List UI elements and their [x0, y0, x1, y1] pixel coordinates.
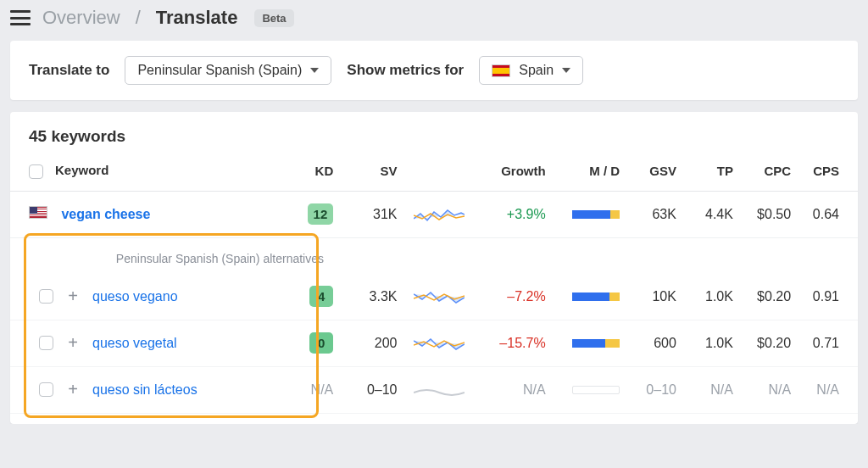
growth-cell: –15.7% [473, 320, 554, 366]
trend-cell [405, 274, 473, 320]
col-trend [405, 151, 473, 191]
menu-icon[interactable] [10, 10, 31, 25]
keyword-cell: + queso vegetal [10, 320, 292, 366]
col-kd[interactable]: KD [292, 151, 342, 191]
cpc-cell: $0.20 [742, 320, 799, 366]
kd-badge: 12 [308, 203, 334, 225]
metrics-for-label: Show metrics for [347, 62, 464, 79]
tp-cell: 1.0K [685, 320, 742, 366]
cps-cell: 0.71 [799, 320, 858, 366]
toolbar: Translate to Peninsular Spanish (Spain) … [10, 41, 858, 100]
md-bar [572, 339, 620, 348]
kd-badge: 0 [309, 332, 333, 354]
trend-cell [405, 320, 473, 366]
kd-cell: 0 [292, 320, 342, 366]
keyword-count: 45 keywords [10, 112, 858, 151]
md-cell [554, 191, 629, 237]
trend-cell [405, 366, 473, 413]
keyword-cell: + queso sin lácteos [10, 366, 292, 413]
kd-cell: N/A [292, 366, 342, 413]
table-row-main: vegan cheese 12 31K +3.9% 63K 4.4K $0.50… [10, 191, 858, 237]
table-row-alt: + queso sin lácteos N/A 0–10 N/A 0–10 N/… [10, 366, 858, 413]
sv-cell: 0–10 [342, 366, 405, 413]
col-gsv[interactable]: GSV [628, 151, 685, 191]
chevron-down-icon [310, 68, 319, 73]
col-cpc[interactable]: CPC [742, 151, 799, 191]
sv-cell: 200 [342, 320, 405, 366]
md-cell [554, 274, 629, 320]
md-bar-empty [572, 386, 620, 394]
keyword-cell: + queso vegano [10, 274, 292, 320]
growth-cell: –7.2% [473, 274, 554, 320]
language-value: Peninsular Spanish (Spain) [137, 63, 302, 78]
col-tp[interactable]: TP [685, 151, 742, 191]
table-header: Keyword KD SV Growth M / D GSV TP CPC CP… [10, 151, 858, 191]
keyword-link[interactable]: queso vegetal [92, 336, 177, 351]
tp-cell: N/A [685, 366, 742, 413]
kd-na: N/A [311, 382, 334, 397]
table-row-alt: + queso vegetal 0 200 –15.7% 600 1.0K $0… [10, 320, 858, 366]
page-header: Overview / Translate Beta [0, 0, 868, 36]
row-checkbox[interactable] [39, 382, 53, 397]
table-row-alt: + queso vegano 4 3.3K –7.2% 10K 1.0K $0.… [10, 274, 858, 320]
country-value: Spain [519, 63, 554, 78]
kd-cell: 12 [292, 191, 342, 237]
kd-cell: 4 [292, 274, 342, 320]
md-bar [572, 292, 620, 301]
expand-icon[interactable]: + [65, 380, 81, 399]
md-cell [554, 366, 629, 413]
growth-cell: +3.9% [473, 191, 554, 237]
alternatives-section: Peninsular Spanish (Spain) alternatives [10, 237, 858, 274]
trend-cell [405, 191, 473, 237]
col-growth[interactable]: Growth [473, 151, 554, 191]
alternatives-title: Peninsular Spanish (Spain) alternatives [10, 238, 324, 274]
toolbar-panel: Translate to Peninsular Spanish (Spain) … [10, 41, 858, 100]
alternatives-wrap: Peninsular Spanish (Spain) alternatives [10, 238, 324, 274]
breadcrumb-page: Translate [156, 7, 238, 29]
beta-badge: Beta [254, 9, 293, 27]
select-all-checkbox[interactable] [29, 164, 43, 179]
cpc-cell: $0.50 [742, 191, 799, 237]
col-md[interactable]: M / D [554, 151, 629, 191]
cps-cell: 0.64 [799, 191, 858, 237]
growth-cell: N/A [473, 366, 554, 413]
keyword-link[interactable]: queso sin lácteos [92, 382, 198, 398]
expand-icon[interactable]: + [65, 287, 81, 306]
col-keyword[interactable]: Keyword [10, 151, 292, 191]
sparkline-icon [414, 203, 465, 226]
cps-cell: 0.91 [799, 274, 858, 320]
keyword-link[interactable]: vegan cheese [61, 207, 150, 221]
keywords-table: Keyword KD SV Growth M / D GSV TP CPC CP… [10, 151, 858, 414]
sparkline-icon [414, 286, 465, 308]
flag-us-icon [29, 206, 47, 219]
country-dropdown[interactable]: Spain [479, 56, 583, 85]
keyword-cell: vegan cheese [10, 191, 292, 237]
col-sv[interactable]: SV [342, 151, 405, 191]
chevron-down-icon [562, 68, 570, 73]
md-bar [572, 210, 620, 219]
sparkline-flat-icon [414, 379, 465, 401]
gsv-cell: 63K [628, 191, 685, 237]
gsv-cell: 0–10 [628, 366, 685, 413]
cps-cell: N/A [799, 366, 858, 413]
gsv-cell: 600 [628, 320, 685, 366]
tp-cell: 4.4K [685, 191, 742, 237]
flag-spain-icon [492, 64, 510, 77]
md-cell [554, 320, 629, 366]
cpc-cell: $0.20 [742, 274, 799, 320]
gsv-cell: 10K [628, 274, 685, 320]
row-checkbox[interactable] [39, 289, 53, 304]
kd-badge: 4 [309, 286, 333, 307]
keyword-link[interactable]: queso vegano [92, 289, 178, 304]
sv-cell: 31K [342, 191, 405, 237]
col-cps[interactable]: CPS [799, 151, 858, 191]
breadcrumb-overview[interactable]: Overview [42, 7, 120, 29]
tp-cell: 1.0K [685, 274, 742, 320]
expand-icon[interactable]: + [65, 333, 81, 353]
sv-cell: 3.3K [342, 274, 405, 320]
row-checkbox[interactable] [39, 336, 53, 350]
sparkline-icon [414, 332, 465, 354]
breadcrumb-separator: / [136, 7, 141, 29]
cpc-cell: N/A [742, 366, 799, 413]
language-dropdown[interactable]: Peninsular Spanish (Spain) [125, 56, 331, 85]
